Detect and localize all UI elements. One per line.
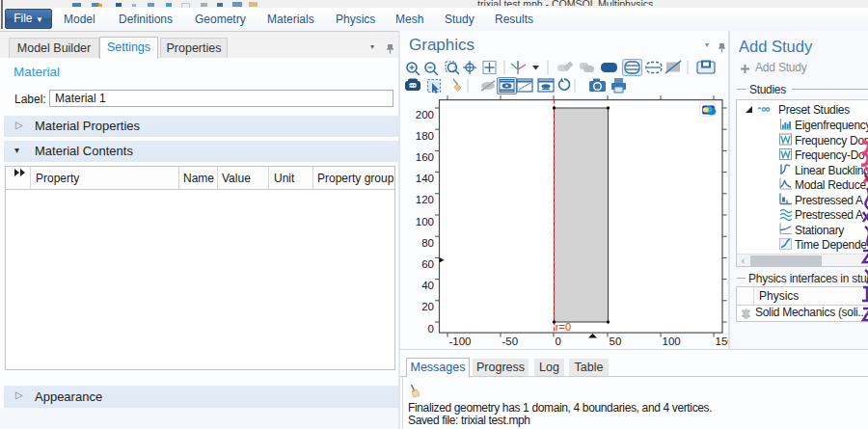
svg-text:180: 180	[416, 130, 434, 142]
svg-text:120: 120	[416, 194, 434, 205]
svg-text:100: 100	[416, 216, 434, 228]
svg-text:60: 60	[421, 258, 434, 270]
svg-text:r=0: r=0	[556, 321, 571, 333]
svg-text:-50: -50	[502, 335, 519, 347]
svg-text:0: 0	[428, 323, 434, 335]
svg-text:200: 200	[416, 109, 434, 121]
svg-text:160: 160	[416, 151, 434, 163]
svg-text:50: 50	[610, 335, 622, 347]
svg-text:20: 20	[421, 301, 434, 312]
svg-text:140: 140	[416, 173, 434, 184]
svg-text:100: 100	[663, 335, 681, 347]
svg-text:-100: -100	[449, 335, 472, 347]
svg-text:0: 0	[556, 335, 561, 347]
svg-text:40: 40	[421, 280, 434, 291]
svg-text:80: 80	[421, 237, 434, 249]
